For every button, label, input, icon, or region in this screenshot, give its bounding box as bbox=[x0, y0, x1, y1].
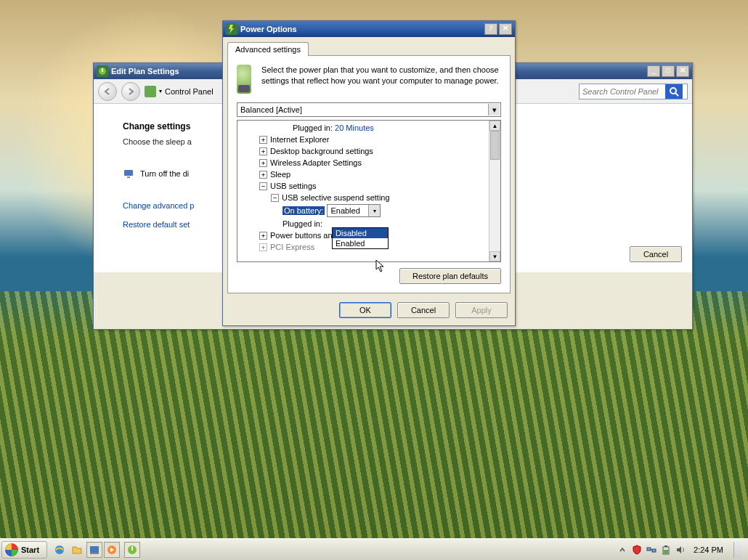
quick-launch-show-desktop[interactable] bbox=[86, 542, 102, 558]
tray-power-icon[interactable] bbox=[660, 544, 672, 556]
svg-rect-5 bbox=[127, 176, 130, 178]
taskbar[interactable]: Start 2:24 PM bbox=[0, 538, 748, 560]
power-plan-select[interactable]: Balanced [Active] ▾ bbox=[237, 102, 501, 117]
quick-launch-ie[interactable] bbox=[52, 542, 68, 558]
turn-off-display-label: Turn off the di bbox=[140, 169, 189, 178]
svg-rect-1 bbox=[102, 68, 103, 72]
svg-rect-4 bbox=[124, 170, 133, 176]
tree-usb-settings[interactable]: −USB settings bbox=[240, 180, 487, 192]
power-plan-selected: Balanced [Active] bbox=[240, 105, 302, 114]
quick-launch-explorer[interactable] bbox=[69, 542, 85, 558]
tray-volume-icon[interactable] bbox=[675, 544, 686, 556]
show-desktop-button[interactable] bbox=[733, 542, 742, 558]
dialog-close-button[interactable]: ✕ bbox=[499, 23, 512, 35]
svg-rect-12 bbox=[131, 546, 133, 551]
tray-security-icon[interactable] bbox=[631, 544, 643, 556]
svg-line-3 bbox=[675, 93, 678, 96]
breadcrumb[interactable]: ▾ Control Panel bbox=[145, 86, 214, 97]
tree-sleep[interactable]: +Sleep bbox=[240, 169, 487, 180]
tree-on-battery[interactable]: On battery: Enabled ▾ bbox=[240, 203, 487, 218]
dropdown-option-enabled[interactable]: Enabled bbox=[333, 238, 388, 248]
start-button[interactable]: Start bbox=[1, 541, 47, 559]
search-input[interactable] bbox=[580, 86, 665, 97]
svg-rect-7 bbox=[90, 546, 99, 553]
power-options-dialog: Power Options ? ✕ Advanced settings Sele… bbox=[222, 20, 516, 326]
windows-logo-icon bbox=[5, 543, 18, 556]
tree-wireless-adapter[interactable]: +Wireless Adapter Settings bbox=[240, 157, 487, 169]
tree-desktop-background[interactable]: +Desktop background settings bbox=[240, 145, 487, 157]
svg-rect-14 bbox=[652, 549, 656, 552]
control-panel-icon bbox=[145, 86, 156, 97]
power-plan-big-icon bbox=[237, 65, 251, 94]
scroll-thumb[interactable] bbox=[490, 131, 500, 160]
plugged-in-dropdown[interactable]: Disabled Enabled bbox=[332, 227, 389, 249]
intro-text: Select the power plan that you want to c… bbox=[261, 65, 501, 94]
parent-title: Edit Plan Settings bbox=[111, 67, 179, 76]
close-button[interactable]: ✕ bbox=[676, 65, 689, 77]
tree-scrollbar[interactable]: ▲ ▼ bbox=[489, 121, 500, 261]
restore-plan-defaults-button[interactable]: Restore plan defaults bbox=[399, 268, 501, 284]
taskbar-power-options[interactable] bbox=[124, 542, 140, 558]
minimize-button[interactable]: _ bbox=[647, 65, 660, 77]
help-button[interactable]: ? bbox=[484, 23, 497, 35]
svg-rect-13 bbox=[647, 548, 651, 551]
forward-button[interactable] bbox=[121, 82, 140, 101]
taskbar-clock[interactable]: 2:24 PM bbox=[689, 545, 728, 554]
search-button[interactable] bbox=[665, 84, 683, 99]
breadcrumb-text: Control Panel bbox=[165, 87, 214, 96]
svg-point-2 bbox=[670, 88, 676, 94]
tab-advanced-settings[interactable]: Advanced settings bbox=[227, 42, 309, 56]
tree-usb-selective-suspend[interactable]: −USB selective suspend setting bbox=[240, 192, 487, 203]
dialog-title: Power Options bbox=[240, 25, 297, 33]
scroll-down-icon[interactable]: ▼ bbox=[489, 251, 500, 261]
svg-rect-18 bbox=[664, 550, 668, 553]
apply-button[interactable]: Apply bbox=[455, 302, 508, 318]
tree-internet-explorer[interactable]: +Internet Explorer bbox=[240, 134, 487, 145]
power-plan-icon bbox=[97, 65, 108, 77]
power-options-icon bbox=[226, 23, 237, 35]
dialog-titlebar[interactable]: Power Options ? ✕ bbox=[223, 21, 515, 37]
dropdown-option-disabled[interactable]: Disabled bbox=[333, 228, 388, 238]
tray-expand-icon[interactable] bbox=[617, 544, 628, 556]
tray-network-icon[interactable] bbox=[646, 544, 657, 556]
start-label: Start bbox=[21, 545, 39, 554]
on-battery-value-select[interactable]: Enabled ▾ bbox=[327, 204, 381, 217]
quick-launch-media[interactable] bbox=[104, 542, 120, 558]
search-box[interactable] bbox=[579, 84, 688, 100]
svg-rect-8 bbox=[90, 553, 99, 554]
parent-cancel-button[interactable]: Cancel bbox=[630, 246, 682, 262]
cancel-button[interactable]: Cancel bbox=[397, 302, 450, 318]
chevron-down-icon: ▾ bbox=[368, 205, 380, 216]
scroll-up-icon[interactable]: ▲ bbox=[489, 121, 500, 131]
back-button[interactable] bbox=[98, 82, 117, 101]
tree-plugged-in-top[interactable]: Plugged in: 20 Minutes bbox=[240, 122, 487, 134]
display-icon bbox=[123, 168, 134, 179]
maximize-button[interactable]: □ bbox=[662, 65, 675, 77]
chevron-down-icon: ▾ bbox=[488, 104, 500, 115]
settings-tree[interactable]: Plugged in: 20 Minutes +Internet Explore… bbox=[237, 120, 501, 262]
ok-button[interactable]: OK bbox=[339, 302, 391, 318]
